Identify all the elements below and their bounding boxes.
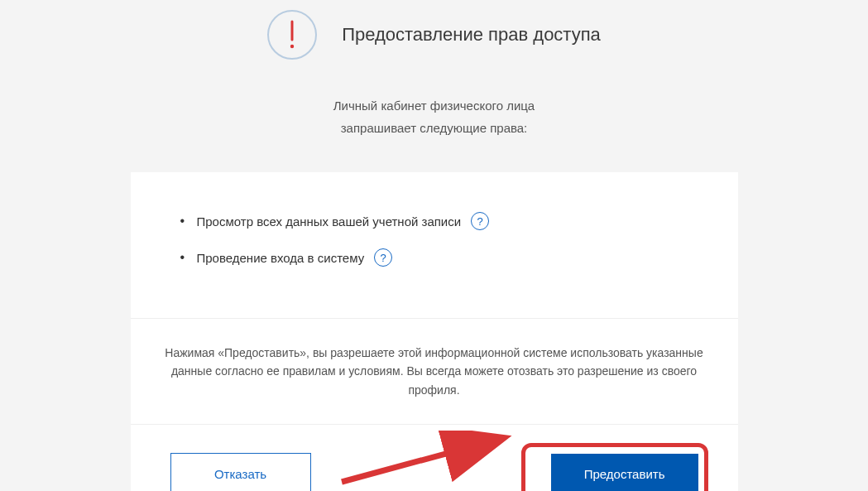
help-icon[interactable]: ?	[471, 212, 489, 230]
list-item: Проведение входа в систему ?	[180, 248, 688, 267]
permission-label: Просмотр всех данных вашей учетной запис…	[197, 214, 462, 229]
permissions-card: Просмотр всех данных вашей учетной запис…	[131, 172, 738, 491]
decline-button[interactable]: Отказать	[170, 453, 311, 491]
subtitle-line-2: запрашивает следующие права:	[0, 117, 868, 139]
svg-point-1	[290, 45, 294, 48]
disclaimer-section: Нажимая «Предоставить», вы разрешаете эт…	[131, 319, 738, 425]
list-item: Просмотр всех данных вашей учетной запис…	[180, 212, 688, 230]
buttons-section: Отказать Предоставить	[131, 425, 738, 491]
permission-label: Проведение входа в систему	[197, 251, 365, 265]
header-section: Предоставление прав доступа	[0, 0, 868, 60]
permissions-list: Просмотр всех данных вашей учетной запис…	[131, 172, 738, 319]
accept-button[interactable]: Предоставить	[551, 454, 698, 491]
page-title: Предоставление прав доступа	[342, 24, 601, 46]
subtitle-line-1: Личный кабинет физического лица	[0, 94, 868, 117]
disclaimer-text: Нажимая «Предоставить», вы разрешаете эт…	[165, 346, 703, 397]
help-icon[interactable]: ?	[374, 248, 392, 267]
subtitle-section: Личный кабинет физического лица запрашив…	[0, 94, 868, 139]
alert-icon	[267, 10, 317, 60]
